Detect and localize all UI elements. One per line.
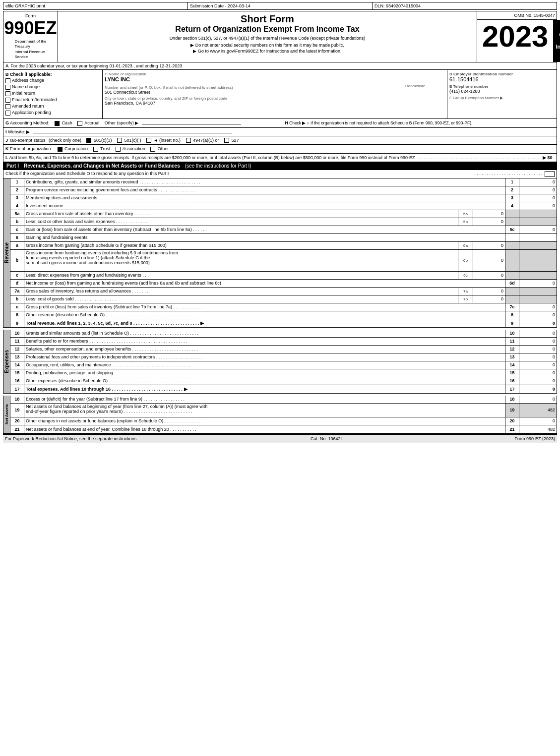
row5c-num: c: [10, 226, 24, 233]
row7a-desc: Gross sales of inventory, less returns a…: [24, 288, 458, 295]
website-label: I: [5, 129, 7, 134]
assoc-checkbox[interactable]: [116, 147, 121, 152]
part1-label: Part I: [6, 163, 19, 169]
row5c-desc: Gain or (loss) from sale of assets other…: [24, 226, 505, 233]
row6b-num: b: [10, 250, 24, 271]
row6c-ref-label: 6c: [458, 272, 473, 279]
footer: For Paperwork Reduction Act Notice, see …: [3, 434, 557, 443]
insert-no-checkbox[interactable]: [146, 138, 151, 143]
name-change-checkbox[interactable]: [5, 85, 10, 90]
part1-check-note: Check if the organization used Schedule …: [5, 171, 474, 177]
501c3-checkbox[interactable]: [86, 138, 91, 143]
expenses-block: Expenses 10 Grants and similar amounts p…: [3, 330, 557, 394]
row2-amount: 0: [519, 186, 557, 194]
amended-return-label: Amended return: [12, 104, 44, 109]
app-pending-checkbox[interactable]: [5, 111, 10, 116]
row6c-spacer: [505, 272, 519, 279]
accounting-section: G Accounting Method: Cash Accrual Other …: [3, 119, 557, 128]
row13-line: 13: [505, 353, 519, 361]
row6d-desc: Net income or (loss) from gaming and fun…: [24, 280, 505, 287]
4947-checkbox[interactable]: [186, 138, 191, 143]
tax-text: Tax-exempt status: [9, 138, 45, 143]
row-5c: c Gain or (loss) from sale of assets oth…: [10, 226, 557, 234]
row17-amount: 0: [519, 385, 557, 393]
h-text: ○ if the organization is not required to…: [307, 120, 473, 125]
row5a-spacer: [505, 210, 519, 218]
other-label: Other (specify) ▶: [105, 120, 139, 125]
add-lines-label: L: [5, 155, 8, 160]
row8-amount: 0: [519, 311, 557, 319]
row5b-ref-label: 5b: [458, 218, 473, 226]
row10-num: 10: [10, 330, 24, 337]
row6-amount-blank: [519, 234, 557, 241]
row-7b: b Less: cost of goods sold . . . . . . .…: [10, 295, 557, 303]
part1-check-row: Check if the organization used Schedule …: [3, 170, 557, 178]
row9-amount: 0: [519, 319, 557, 327]
final-return-checkbox[interactable]: [5, 98, 10, 103]
row15-line: 15: [505, 369, 519, 377]
row19-desc: Net assets or fund balances at beginning…: [24, 404, 505, 417]
website-section: I Website: ▶: [3, 128, 557, 136]
row15-amount: 0: [519, 369, 557, 377]
tax-note: (check only one): [49, 138, 81, 143]
row7b-ref-label: 7b: [458, 295, 473, 303]
row-15: 15 Printing, publications, postage, and …: [10, 369, 557, 377]
row7a-amount: [519, 288, 557, 295]
section-a: A For the 2023 calendar year, or tax yea…: [3, 62, 557, 70]
tax-exempt-section: J Tax-exempt status (check only one) 501…: [3, 136, 557, 145]
omb-block: OMB No. 1545-0047 2023 Open to Public In…: [477, 11, 557, 62]
row2-num: 2: [10, 186, 24, 194]
corp-checkbox[interactable]: [58, 147, 62, 152]
form-org-label: K: [5, 146, 9, 151]
row1-amount: 0: [519, 178, 557, 186]
row12-desc: Salaries, other compensation, and employ…: [24, 346, 505, 353]
part1-check-box[interactable]: [545, 171, 555, 177]
row14-line: 14: [505, 361, 519, 369]
address-change-checkbox[interactable]: [5, 78, 10, 83]
row-7a: 7a Gross sales of inventory, less return…: [10, 288, 557, 295]
footer-right: Form 990-EZ (2023): [514, 436, 555, 441]
trust-checkbox[interactable]: [93, 147, 98, 152]
row6-desc: Gaming and fundraising events: [24, 234, 505, 241]
row3-num: 3: [10, 194, 24, 202]
net-assets-block: Net Assets 18 Excess or (deficit) for th…: [3, 396, 557, 434]
row7b-ref-val: 0: [473, 295, 505, 303]
row-8: 8 Other revenue (describe in Schedule O)…: [10, 311, 557, 319]
net-assets-rows: 18 Excess or (deficit) for the year (Sub…: [10, 396, 557, 433]
h-check-label: Check ▶: [289, 120, 306, 125]
title-block: Short Form Return of Organization Exempt…: [58, 11, 477, 62]
row18-desc: Excess or (deficit) for the year (Subtra…: [24, 396, 505, 403]
row20-num: 20: [10, 417, 24, 425]
row9-desc: Total revenue. Add lines 1, 2, 3, 4, 5c,…: [24, 319, 505, 327]
submission-date: Submission Date - 2024-03-14: [188, 2, 373, 9]
note2: ▶ Go to www.irs.gov/Form990EZ for instru…: [62, 49, 473, 54]
row13-num: 13: [10, 353, 24, 361]
other-org-checkbox[interactable]: [150, 147, 155, 152]
row16-amount: 0: [519, 377, 557, 385]
501c-checkbox[interactable]: [117, 138, 122, 143]
row7c-num: c: [10, 303, 24, 311]
phone-label: E Telephone number: [449, 84, 555, 89]
section-a-text: For the 2023 calendar year, or tax year …: [11, 63, 183, 68]
row7c-amount: 0: [519, 303, 557, 311]
accrual-label: Accrual: [84, 120, 99, 125]
cash-checkbox[interactable]: [55, 121, 60, 126]
accrual-checkbox[interactable]: [77, 121, 82, 126]
row-16: 16 Other expenses (describe in Schedule …: [10, 377, 557, 385]
row6b-desc: Gross income from fundraising events (no…: [24, 250, 458, 271]
org-info: C Name of organization LYNC INC Number a…: [103, 70, 447, 118]
527-checkbox[interactable]: [224, 138, 229, 143]
row-6a: a Gross income from gaming (attach Sched…: [10, 242, 557, 250]
org-name: LYNC INC: [105, 76, 445, 82]
row3-amount: 0: [519, 194, 557, 202]
amended-return-checkbox[interactable]: [5, 104, 10, 109]
initial-return-checkbox[interactable]: [5, 91, 10, 96]
main-header: Form 990EZ Department of the Treasury In…: [3, 11, 557, 62]
row18-line: 18: [505, 396, 519, 403]
501c-label: 501(c)( ): [124, 138, 141, 143]
row21-num: 21: [10, 425, 24, 433]
revenue-section: Revenue 1 Contributions, gifts, grants, …: [3, 178, 557, 328]
row7b-desc: Less: cost of goods sold . . . . . . . .…: [24, 295, 458, 303]
form-org-section: K Form of organization: Corporation Trus…: [3, 145, 557, 154]
ein-number: 61-1504416: [449, 76, 555, 82]
